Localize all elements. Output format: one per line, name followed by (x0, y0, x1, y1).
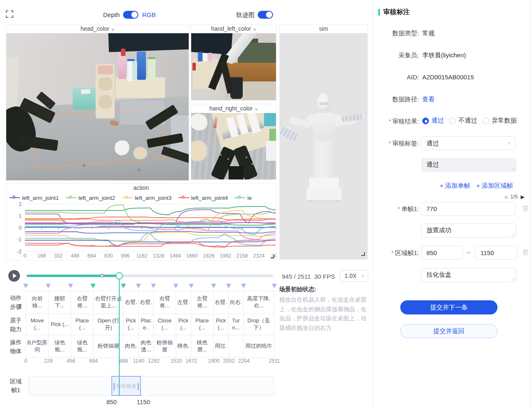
step-object-cell[interactable]: 桃色. (176, 335, 191, 357)
step-action-cell[interactable]: 右臂将... (154, 291, 176, 314)
step-action-cell[interactable]: 左臂将... (191, 291, 213, 314)
result-radio-异常数据[interactable]: 异常数据 (483, 117, 517, 125)
result-radio-通过[interactable]: 通过 (422, 117, 444, 125)
step-ability-cell[interactable]: Pick (... (176, 314, 191, 335)
legend-item[interactable]: left_arm_joint1 (9, 195, 59, 201)
step-action-cell[interactable]: 向右. (229, 291, 243, 314)
add-region-frame-link[interactable]: + 添加区域帧 (476, 182, 513, 190)
step-ability-cell[interactable]: Pick (... (49, 314, 71, 335)
legend-prev-icon[interactable]: ◀ (503, 194, 507, 200)
data-path-view-link[interactable]: 查看 (422, 96, 435, 103)
step-boundary-marker-icon[interactable] (136, 284, 141, 288)
step-boundary-marker-icon[interactable] (46, 284, 51, 288)
step-object-cell[interactable]: 绿色瓶... (71, 335, 93, 357)
legend-item[interactable]: le (234, 195, 252, 201)
single-frame-label: *单帧1: (373, 205, 419, 213)
hand-right-camera-title-dropdown[interactable]: hand_right_color∨ (191, 104, 276, 113)
playback-slider-handle[interactable] (116, 272, 123, 280)
step-ability-cell[interactable]: Place (... (71, 314, 93, 335)
playback-speed-select[interactable]: 1.0X∨ (340, 270, 368, 282)
single-frame-input[interactable] (421, 202, 516, 216)
region-start-input[interactable] (421, 246, 463, 260)
step-action-cell[interactable]: 右臂. (139, 291, 153, 314)
step-object-cell[interactable]: 用过的纸巾 (244, 335, 274, 357)
result-radio-不通过[interactable]: 不通过 (449, 117, 477, 125)
step-boundary-marker-icon[interactable] (121, 284, 126, 288)
delete-single-frame-icon[interactable] (522, 205, 529, 212)
legend-item[interactable]: left_arm_joint3 (122, 195, 172, 201)
step-ability-cell[interactable]: Place.. (139, 314, 153, 335)
step-boundary-marker-icon[interactable] (189, 284, 194, 288)
step-object-cell[interactable]: B户型房间 (26, 335, 48, 357)
step-action-cell[interactable]: 右臂. (214, 291, 228, 314)
step-object-cell[interactable]: 肉色. (123, 335, 138, 357)
step-boundary-marker-icon[interactable] (241, 284, 246, 288)
step-boundary-marker-icon[interactable] (68, 284, 73, 288)
fps-label: 30 FPS (314, 273, 335, 280)
play-button[interactable] (8, 270, 20, 282)
step-boundary-marker-icon[interactable] (226, 284, 231, 288)
legend-item[interactable]: left_arm_joint4 (178, 195, 228, 201)
step-object-cell[interactable]: 绿色瓶... (49, 335, 71, 357)
sim-title: sim (280, 25, 367, 33)
step-column: 向右.Turn... (229, 291, 244, 357)
region-frame-note-textarea[interactable]: 拉化妆盒 (421, 268, 516, 282)
robot-gripper-left (6, 98, 61, 180)
step-action-cell[interactable]: 腰部下... (49, 291, 71, 314)
review-tag-select[interactable]: 通过∨ (421, 136, 516, 150)
review-tag-note-field: 通过 (421, 158, 516, 172)
region-end-input[interactable] (475, 246, 517, 260)
region-frame-block[interactable]: 拉化妆盒 (111, 376, 141, 396)
step-boundary-marker-icon[interactable] (211, 284, 216, 288)
step-boundary-marker-icon[interactable] (91, 284, 96, 288)
hand-left-camera-title-dropdown[interactable]: hand_left_color∨ (191, 25, 276, 33)
radio-icon[interactable] (449, 118, 456, 124)
step-ability-cell[interactable]: Move (... (26, 314, 48, 335)
radio-icon[interactable] (422, 118, 429, 124)
submit-and-return-button[interactable]: 提交并返回 (400, 324, 498, 338)
step-object-cell[interactable]: 用过. (214, 335, 228, 357)
resize-handle[interactable] (361, 252, 365, 256)
step-ability-cell[interactable]: Pick (... (123, 314, 138, 335)
step-object-cell[interactable]: 桃色唇... (191, 335, 213, 357)
step-ability-cell[interactable]: Place (... (191, 314, 213, 335)
step-boundary-marker-icon[interactable] (23, 284, 28, 288)
step-boundary-marker-icon[interactable] (151, 284, 156, 288)
depth-rgb-toggle[interactable] (123, 11, 138, 19)
single-frame-note-textarea[interactable]: 放置成功 (421, 223, 516, 238)
step-action-cell[interactable]: 向前移... (26, 291, 48, 314)
step-ability-cell[interactable]: Pick (... (214, 314, 228, 335)
legend-item[interactable]: left_arm_joint2 (66, 195, 116, 201)
legend-next-icon[interactable]: ▶ (521, 194, 525, 200)
row-header-atomic-ability: 原子能力 (8, 314, 23, 336)
step-ability-cell[interactable]: Drop（丢下） (244, 314, 274, 335)
step-ability-cell[interactable]: Turn... (229, 314, 243, 335)
step-boundary-marker-icon[interactable] (173, 284, 178, 288)
region-frame-label: *区域帧1: (373, 249, 419, 257)
trajectory-toggle[interactable] (258, 11, 273, 19)
radio-icon[interactable] (483, 118, 489, 124)
resize-grip-icon[interactable] (511, 167, 515, 171)
section-accent-bar (378, 9, 380, 16)
step-object-cell[interactable]: 粉饼抽屉 (154, 335, 176, 357)
radio-label: 通过 (431, 117, 444, 125)
step-action-cell[interactable]: 高度下降, 右... (244, 291, 274, 314)
delete-region-frame-icon[interactable] (522, 249, 529, 256)
step-action-cell[interactable]: 右臂. (123, 291, 138, 314)
head-camera-title-dropdown[interactable]: head_color∨ (6, 25, 189, 33)
step-action-cell[interactable]: 右臂将... (71, 291, 93, 314)
step-boundary-marker-icon[interactable] (272, 284, 277, 288)
step-object-cell[interactable] (229, 335, 243, 357)
region-drag-handle-right[interactable] (138, 383, 139, 390)
resize-grip-icon[interactable] (511, 233, 515, 236)
region-drag-handle-left[interactable] (113, 383, 115, 390)
add-single-frame-link[interactable]: + 添加单帧 (440, 182, 470, 190)
scrollbar-track[interactable] (530, 0, 531, 410)
resize-grip-icon[interactable] (511, 277, 515, 281)
fullscreen-icon[interactable] (6, 10, 13, 18)
step-object-cell[interactable]: 肉色透... (139, 335, 153, 357)
step-ability-cell[interactable]: Close (... (154, 314, 176, 335)
review-tag-note-textarea[interactable]: 通过 (421, 158, 516, 172)
submit-and-next-button[interactable]: 提交并下一条 (400, 300, 498, 314)
step-action-cell[interactable]: 左臂. (176, 291, 191, 314)
